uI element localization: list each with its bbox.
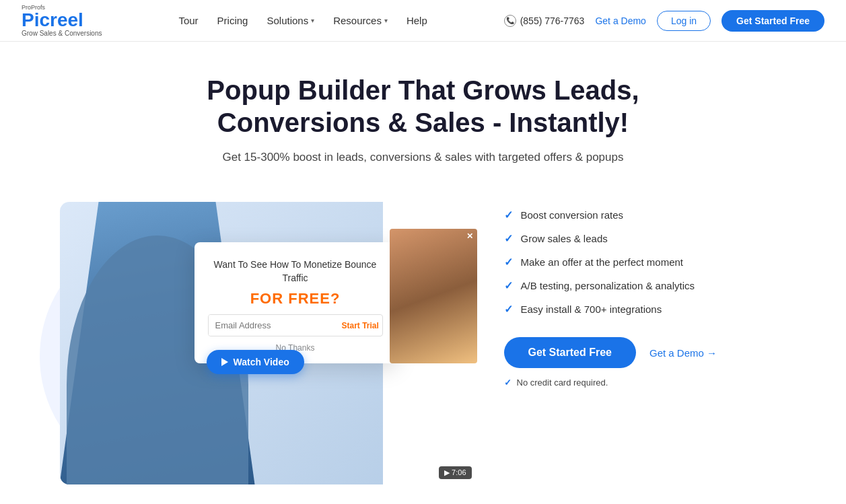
popup-title: Want To See How To Monetize Bounce Traff… [208, 258, 383, 285]
feature-item: ✓ Easy install & 700+ integrations [504, 303, 787, 316]
feature-text: Boost conversion rates [521, 209, 624, 221]
hero-subheading: Get 15-300% boost in leads, conversions … [208, 151, 639, 164]
chevron-down-icon: ▾ [311, 17, 314, 24]
close-icon[interactable]: ✕ [466, 231, 473, 241]
chevron-down-icon: ▾ [384, 17, 388, 24]
popup-start-trial-button[interactable]: Start Trial [335, 316, 383, 336]
popup-highlight: FOR FREE? [208, 290, 383, 308]
phone-number: (855) 776-7763 [520, 15, 585, 26]
watch-video-button[interactable]: Watch Video [207, 350, 304, 374]
phone-icon: 📞 [504, 15, 516, 27]
checkmark-icon: ✓ [504, 279, 513, 292]
feature-text: Easy install & 700+ integrations [521, 303, 662, 315]
popup-email-input[interactable] [209, 315, 335, 336]
nav-tour[interactable]: Tour [178, 15, 198, 26]
popup-card: Want To See How To Monetize Bounce Traff… [195, 242, 396, 363]
feature-item: ✓ Make an offer at the perfect moment [504, 256, 787, 268]
side-popup-image: ✕ [390, 229, 477, 363]
checkmark-icon: ✓ [504, 377, 512, 388]
feature-item: ✓ Grow sales & leads [504, 232, 787, 245]
brand-name: Picreel [22, 11, 102, 30]
nav-solutions[interactable]: Solutions ▾ [267, 15, 314, 26]
no-credit-card-row: ✓ No credit card required. [504, 377, 787, 388]
hero-section: Popup Builder That Grows Leads, Conversi… [0, 42, 846, 178]
nav-resources[interactable]: Resources ▾ [333, 15, 388, 26]
nav-pricing[interactable]: Pricing [217, 15, 248, 26]
logo[interactable]: ProProfs Picreel Grow Sales & Conversion… [22, 4, 102, 37]
nav-get-demo-link[interactable]: Get a Demo [595, 15, 645, 26]
nav-links: Tour Pricing Solutions ▾ Resources ▾ Hel… [178, 15, 427, 26]
feature-item: ✓ A/B testing, personalization & analyti… [504, 279, 787, 292]
feature-text: A/B testing, personalization & analytics [521, 280, 695, 291]
nav-right: 📞 (855) 776-7763 Get a Demo Log in Get S… [504, 10, 824, 32]
hero-heading: Popup Builder That Grows Leads, Conversi… [188, 74, 659, 139]
checkmark-icon: ✓ [504, 303, 513, 316]
get-started-button-main[interactable]: Get Started Free [504, 337, 636, 368]
main-content: Want To See How To Monetize Bounce Traff… [20, 178, 827, 504]
checkmark-icon: ✓ [504, 232, 513, 245]
feature-item: ✓ Boost conversion rates [504, 209, 787, 221]
feature-list: ✓ Boost conversion rates ✓ Grow sales & … [504, 209, 787, 316]
checkmark-icon: ✓ [504, 209, 513, 221]
video-duration-badge: ▶ 7:06 [439, 466, 471, 479]
phone-area: 📞 (855) 776-7763 [504, 15, 585, 27]
get-demo-link-main[interactable]: Get a Demo → [649, 347, 717, 359]
brand-tagline: Grow Sales & Conversions [22, 30, 102, 37]
checkmark-icon: ✓ [504, 256, 513, 268]
login-button[interactable]: Log in [657, 11, 711, 31]
popup-email-row: Start Trial [208, 314, 383, 336]
get-started-button-nav[interactable]: Get Started Free [721, 10, 824, 32]
no-cc-text: No credit card required. [517, 377, 608, 388]
right-content: ✓ Boost conversion rates ✓ Grow sales & … [504, 202, 787, 388]
side-popup-img [390, 229, 477, 363]
image-area: Want To See How To Monetize Bounce Traff… [60, 202, 477, 484]
navbar: ProProfs Picreel Grow Sales & Conversion… [0, 0, 846, 42]
play-icon [221, 358, 228, 366]
nav-help[interactable]: Help [407, 15, 427, 26]
feature-text: Grow sales & leads [521, 233, 608, 244]
cta-row: Get Started Free Get a Demo → [504, 337, 787, 368]
feature-text: Make an offer at the perfect moment [521, 256, 684, 268]
